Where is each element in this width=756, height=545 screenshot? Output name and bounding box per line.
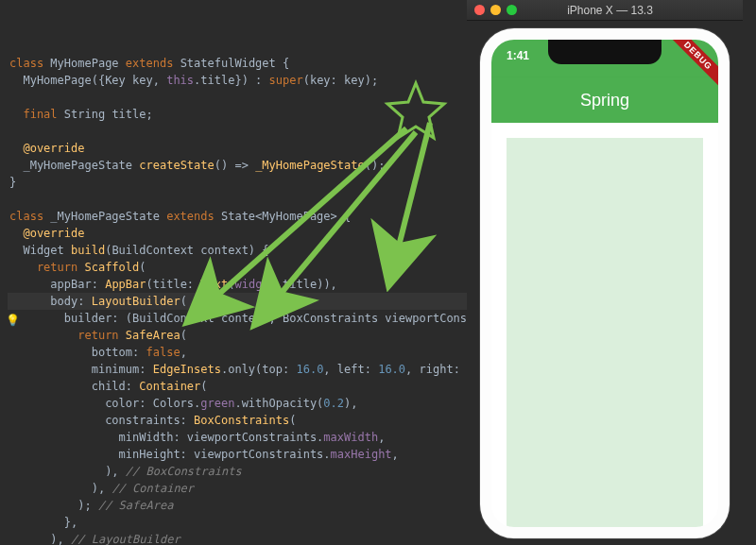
app-bar: Spring xyxy=(491,77,718,123)
ios-simulator: iPhone X — 13.3 DEBUG 1:41 Spring xyxy=(467,0,743,545)
minimize-icon[interactable] xyxy=(490,5,501,15)
code-editor[interactable]: 💡 class MyHomePage extends StatefulWidge… xyxy=(8,0,499,545)
close-icon[interactable] xyxy=(474,5,485,15)
status-time: 1:41 xyxy=(507,49,529,62)
phone-frame: DEBUG 1:41 Spring xyxy=(480,28,730,538)
simulator-title: iPhone X — 13.3 xyxy=(523,4,735,17)
intention-bulb-icon[interactable]: 💡 xyxy=(6,312,20,329)
zoom-icon[interactable] xyxy=(507,5,517,15)
appbar-title: Spring xyxy=(580,91,629,111)
container-preview xyxy=(507,138,703,527)
simulator-titlebar[interactable]: iPhone X — 13.3 xyxy=(467,0,743,21)
device-notch xyxy=(548,40,662,64)
app-body xyxy=(491,123,718,527)
